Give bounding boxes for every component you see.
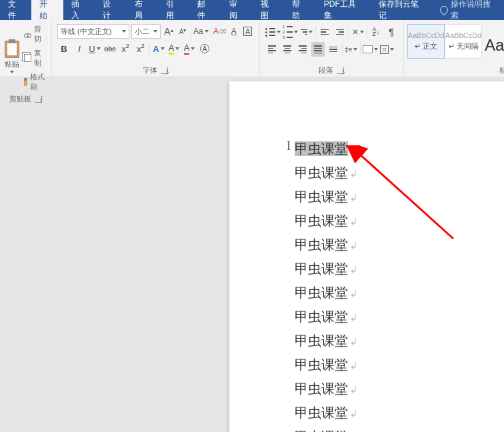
group-clipboard: 粘贴 剪切 复制 格式刷 剪贴板 — [0, 20, 52, 77]
ltr-button[interactable]: ✕ — [351, 25, 365, 39]
document-line[interactable]: 甲虫课堂↲ — [295, 425, 504, 432]
tab-home[interactable]: 开始 — [31, 0, 63, 20]
borders-icon — [380, 45, 389, 54]
document-workspace[interactable]: 甲虫课堂↲甲虫课堂↲甲虫课堂↲甲虫课堂↲甲虫课堂↲甲虫课堂↲甲虫课堂↲甲虫课堂↲… — [0, 77, 504, 432]
style-no-spacing[interactable]: AaBbCcDd ↵ 无间隔 — [445, 24, 482, 59]
tab-references[interactable]: 引用 — [158, 0, 189, 20]
ribbon: 粘贴 剪切 复制 格式刷 剪贴板 等线 (中文正文) 小二 A▴ A▾ Aa A… — [0, 20, 504, 77]
group-paragraph: 123 ✕ AZ↓ ¶ ‡≡ — [260, 20, 404, 77]
shading-button[interactable] — [363, 42, 378, 57]
bold-button[interactable]: B — [57, 41, 71, 56]
menu-tabs: 文件 开始 插入 设计 布局 引用 邮件 审阅 视图 帮助 PDF工具集 保存到… — [0, 0, 504, 20]
tab-cloud[interactable]: 保存到云笔记 — [371, 0, 433, 20]
font-color-button[interactable]: A — [183, 41, 196, 56]
paragraph-expander-icon[interactable] — [337, 67, 344, 74]
align-left-button[interactable] — [265, 42, 279, 57]
document-line[interactable]: 甲虫课堂↲ — [295, 329, 504, 353]
align-dist-button[interactable] — [327, 42, 340, 57]
cut-button[interactable]: 剪切 — [24, 24, 47, 44]
align-justify-button[interactable] — [311, 42, 325, 57]
clear-format-button[interactable]: A⌫ — [213, 24, 226, 39]
paste-dropdown-icon[interactable] — [10, 71, 14, 73]
document-line[interactable]: 甲虫课堂↲ — [295, 257, 504, 281]
change-case-button[interactable]: Aa — [193, 24, 209, 39]
italic-button[interactable]: I — [73, 41, 86, 56]
font-size-select[interactable]: 小二 — [131, 24, 161, 39]
text-cursor-icon: I — [287, 139, 291, 153]
sort-button[interactable]: AZ↓ — [369, 25, 383, 39]
document-page[interactable]: 甲虫课堂↲甲虫课堂↲甲虫课堂↲甲虫课堂↲甲虫课堂↲甲虫课堂↲甲虫课堂↲甲虫课堂↲… — [229, 81, 504, 432]
document-line[interactable]: 甲虫课堂↲ — [295, 161, 504, 185]
document-line[interactable]: 甲虫课堂↲ — [295, 305, 504, 329]
group-styles: AaBbCcDd ↵ 正文 AaBbCcDd ↵ 无间隔 AaBb 标题 1 — [404, 20, 504, 77]
tab-view[interactable]: 视图 — [253, 0, 284, 20]
font-name-select[interactable]: 等线 (中文正文) — [57, 24, 129, 39]
tab-help[interactable]: 帮助 — [284, 0, 315, 20]
grow-font-button[interactable]: A▴ — [163, 24, 175, 39]
tell-me-label: 操作说明搜索 — [451, 0, 497, 21]
tab-mail[interactable]: 邮件 — [189, 0, 221, 20]
group-font: 等线 (中文正文) 小二 A▴ A▾ Aa A⌫ A A B I U abc x… — [52, 20, 260, 77]
document-line[interactable]: 甲虫课堂↲ — [295, 401, 504, 425]
phonetic-button[interactable]: A — [228, 24, 240, 39]
subscript-button[interactable]: x2 — [119, 41, 132, 56]
document-line[interactable]: 甲虫课堂↲ — [295, 185, 504, 209]
document-line[interactable]: 甲虫课堂↲ — [295, 209, 504, 233]
font-expander-icon[interactable] — [161, 67, 168, 74]
align-center-button[interactable] — [281, 42, 294, 57]
tab-layout[interactable]: 布局 — [127, 0, 158, 20]
paste-button[interactable]: 粘贴 — [5, 59, 19, 69]
font-group-label: 字体 — [143, 65, 157, 75]
bulb-icon — [439, 5, 450, 16]
document-line[interactable]: 甲虫课堂↲ — [295, 353, 504, 377]
underline-button[interactable]: U — [88, 41, 101, 56]
char-border-button[interactable]: A — [242, 24, 254, 39]
align-right-button[interactable] — [296, 42, 309, 57]
enclosed-char-button[interactable]: A — [198, 41, 211, 56]
tell-me-search[interactable]: 操作说明搜索 — [433, 0, 504, 20]
bullets-button[interactable] — [265, 25, 281, 39]
shading-icon — [363, 45, 373, 53]
tab-design[interactable]: 设计 — [95, 0, 126, 20]
document-line[interactable]: 甲虫课堂↲ — [295, 281, 504, 305]
borders-button[interactable] — [380, 42, 394, 57]
superscript-button[interactable]: x2 — [134, 41, 147, 56]
copy-button[interactable]: 复制 — [24, 48, 47, 68]
chevron-down-icon — [153, 30, 157, 33]
indent-dec-button[interactable] — [318, 25, 331, 39]
style-normal[interactable]: AaBbCcDd ↵ 正文 — [407, 24, 445, 59]
scissors-icon — [24, 30, 31, 38]
tab-review[interactable]: 审阅 — [221, 0, 253, 20]
multilevel-button[interactable] — [300, 25, 313, 39]
strike-button[interactable]: abc — [103, 41, 117, 56]
chevron-down-icon — [122, 30, 126, 33]
paste-icon[interactable] — [5, 41, 19, 58]
numbering-button[interactable]: 123 — [283, 25, 298, 39]
indent-inc-button[interactable] — [333, 25, 347, 39]
document-line[interactable]: 甲虫课堂↲ — [295, 137, 504, 161]
text-effects-button[interactable]: A — [152, 41, 165, 56]
shrink-font-button[interactable]: A▾ — [177, 24, 189, 39]
paragraph-group-label: 段落 — [319, 65, 333, 75]
tab-file[interactable]: 文件 — [0, 0, 31, 20]
tab-pdf[interactable]: PDF工具集 — [316, 0, 371, 20]
document-line[interactable]: 甲虫课堂↲ — [295, 233, 504, 257]
line-spacing-button[interactable]: ‡≡ — [345, 42, 358, 57]
style-heading-preview[interactable]: AaBb — [482, 21, 504, 63]
show-mark-button[interactable]: ¶ — [385, 25, 398, 39]
styles-partial-label: 标题 1 — [499, 65, 504, 75]
document-line[interactable]: 甲虫课堂↲ — [295, 377, 504, 401]
copy-icon — [24, 54, 31, 62]
tab-insert[interactable]: 插入 — [63, 0, 95, 20]
highlight-button[interactable]: A — [167, 41, 181, 56]
